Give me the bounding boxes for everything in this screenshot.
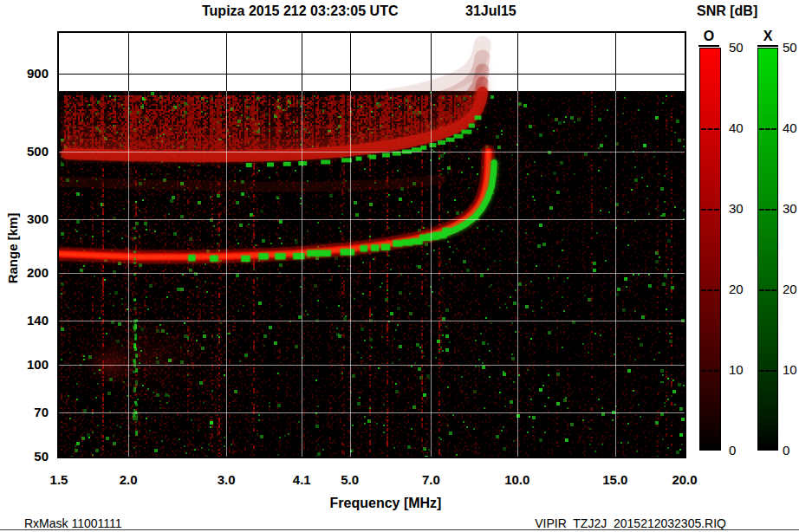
x-tick-label: 20.0 [672,473,697,487]
x-tick-label: 1.5 [50,473,68,487]
y-tick-label: 70 [0,405,49,419]
y-tick-label: 140 [0,314,49,328]
y-tick-label: 900 [0,67,49,81]
colorbar-tick-dash [701,370,719,372]
colorbar-tick-dash [759,370,776,372]
x-tick-label: 7.0 [422,473,440,487]
colorbar-tick-label: 40 [783,121,797,135]
rxmask-label: RxMask 11001111 [24,516,122,530]
x-tick-label: 5.0 [341,473,359,487]
colorbar-tick-label: 0 [729,444,736,457]
filename-label: VIPIR TZJ2J_2015212032305.RIQ [535,516,726,530]
colorbar-tick-label: 30 [729,202,744,216]
colorbar-tick-label: 0 [783,444,789,457]
colorbar-o-letter: O [698,29,719,47]
y-tick-label: 50 [0,450,49,464]
x-tick-label: 4.1 [293,473,311,487]
colorbar-tick-dash [759,209,776,211]
colorbar-tick-label: 40 [729,121,744,135]
colorbar-tick-dash [701,289,719,291]
y-tick-label: 500 [0,145,49,159]
ionogram-screen: Tupiza 2015 212 03:23:05 UTC 31Jul15 SNR… [0,0,799,532]
x-tick-label: 3.0 [218,473,236,487]
y-tick-label: 200 [0,266,49,280]
colorbar-tick-label: 20 [729,282,744,296]
ionogram-canvas [59,33,685,457]
page-title: Tupiza 2015 212 03:23:05 UTC [202,3,398,19]
colorbar-tick-dash [759,289,776,291]
bottom-divider [0,529,799,530]
date-label: 31Jul15 [465,3,516,19]
x-axis-label: Frequency [MHz] [330,496,442,511]
colorbar-tick-dash [759,128,776,130]
colorbar-title: SNR [dB] [697,3,757,19]
colorbar-o-gradient [699,48,721,451]
colorbar-tick-label: 50 [783,41,797,55]
colorbar-tick-label: 30 [783,202,797,216]
colorbar-tick-label: 50 [729,41,744,55]
colorbar-tick-dash [701,128,719,130]
colorbar-tick-dash [701,209,719,211]
x-tick-label: 10.0 [504,473,529,487]
colorbar-tick-label: 20 [783,282,797,296]
plot-frame [57,31,686,458]
colorbar-x-letter: X [757,29,778,47]
x-tick-label: 15.0 [602,473,627,487]
colorbar-tick-label: 10 [729,363,744,377]
colorbar-tick-label: 10 [783,363,797,377]
colorbar-x-gradient [757,48,778,451]
y-tick-label: 300 [0,212,49,226]
x-tick-label: 2.0 [120,473,138,487]
y-tick-label: 100 [0,358,49,372]
